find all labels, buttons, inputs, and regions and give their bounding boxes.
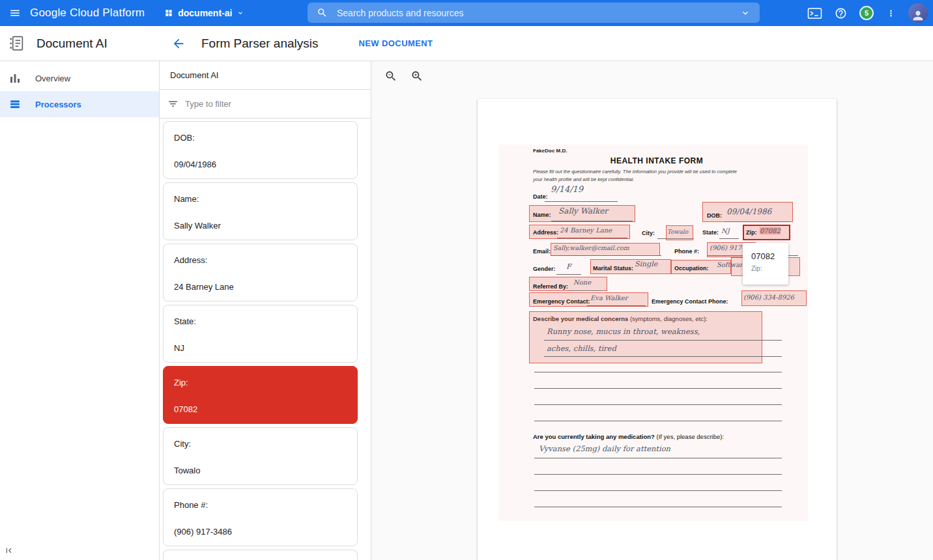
emergency-contact-label: Emergency Contact: bbox=[533, 298, 590, 305]
global-search[interactable] bbox=[308, 3, 760, 23]
referred-label: Referred By: bbox=[533, 283, 568, 290]
field-card-name[interactable]: Name: Sally Walker bbox=[163, 182, 358, 240]
cloud-shell-icon[interactable] bbox=[807, 7, 822, 20]
document-ai-icon bbox=[8, 35, 26, 52]
concerns-bounding-box[interactable] bbox=[529, 311, 762, 363]
field-card-partial[interactable] bbox=[163, 550, 358, 560]
address-handwriting: 24 Barney Lane bbox=[560, 227, 612, 234]
gender-label: Gender: bbox=[533, 266, 556, 272]
document-page: FakeDoc M.D. HEALTH INTAKE FORM Please f… bbox=[478, 99, 837, 560]
marital-label: Marital Status: bbox=[593, 265, 633, 272]
ruled-line bbox=[534, 458, 782, 458]
ruled-line bbox=[544, 356, 782, 357]
ruled-line bbox=[569, 290, 603, 291]
occupation-handwriting: Software bbox=[717, 261, 747, 268]
gcp-logo[interactable]: Google Cloud Platform bbox=[30, 7, 145, 20]
doc-ai-brand: Document AI bbox=[0, 35, 160, 52]
form-title: HEALTH INTAKE FORM bbox=[533, 156, 781, 165]
zoom-out-icon[interactable] bbox=[384, 70, 397, 83]
address-label: Address: bbox=[533, 229, 558, 236]
zip-label: Zip: bbox=[746, 229, 757, 236]
ruled-line bbox=[534, 388, 782, 389]
medication-question: Are you currently taking any medication?… bbox=[533, 433, 724, 440]
filter-icon bbox=[167, 98, 179, 109]
filter-row bbox=[160, 90, 371, 119]
tooltip-label: Zip: bbox=[751, 265, 788, 272]
field-card-phone[interactable]: Phone #: (906) 917-3486 bbox=[163, 488, 358, 546]
tooltip-value: 07082 bbox=[751, 251, 788, 261]
name-handwriting: Sally Walker bbox=[558, 206, 608, 216]
state-handwriting: NJ bbox=[721, 227, 730, 234]
form-clinic: FakeDoc M.D. bbox=[533, 148, 567, 154]
city-handwriting: Towalo bbox=[667, 229, 688, 235]
date-label: Date: bbox=[533, 193, 548, 200]
sidebar: Overview Processors bbox=[0, 61, 160, 560]
form-subtitle-1: Please fill out the questionnaire carefu… bbox=[533, 169, 737, 175]
sidebar-item-processors[interactable]: Processors bbox=[0, 91, 159, 117]
date-handwriting: 9/14/19 bbox=[551, 184, 583, 194]
avatar[interactable] bbox=[908, 3, 928, 23]
sidebar-item-label: Processors bbox=[35, 100, 81, 109]
dob-label: DOB: bbox=[707, 212, 722, 219]
city-label: City: bbox=[642, 230, 655, 236]
ruled-line bbox=[544, 340, 782, 341]
field-card-state[interactable]: State: NJ bbox=[163, 305, 358, 363]
top-bar: Google Cloud Platform document-ai 5 bbox=[0, 0, 933, 26]
ruled-line bbox=[534, 507, 782, 507]
new-document-button[interactable]: NEW DOCUMENT bbox=[359, 38, 433, 48]
field-tooltip: 07082 Zip: bbox=[743, 243, 788, 285]
notifications-badge[interactable]: 5 bbox=[859, 6, 874, 20]
ruled-line bbox=[556, 274, 581, 275]
email-label: Email: bbox=[533, 248, 551, 255]
emergency-phone-handwriting: (906) 334-8926 bbox=[743, 294, 794, 301]
ruled-line bbox=[545, 201, 618, 202]
phone-label: Phone #: bbox=[674, 248, 699, 255]
ruled-line bbox=[534, 372, 782, 372]
concerns-handwriting-1: Runny nose, mucus in throat, weakness, bbox=[547, 327, 700, 336]
field-card-city[interactable]: City: Towalo bbox=[163, 427, 358, 485]
sidebar-item-overview[interactable]: Overview bbox=[0, 65, 159, 91]
field-card-zip[interactable]: Zip: 07082 bbox=[163, 366, 358, 424]
project-selector[interactable]: document-ai bbox=[164, 8, 244, 18]
panel-title: Document AI bbox=[160, 61, 371, 90]
back-arrow-icon[interactable] bbox=[171, 36, 186, 51]
app-title: Document AI bbox=[36, 36, 108, 51]
dob-handwriting: 09/04/1986 bbox=[726, 207, 771, 216]
search-input[interactable] bbox=[337, 8, 731, 18]
email-handwriting: Sally.walker@cmail.com bbox=[553, 244, 629, 251]
marital-handwriting: Single bbox=[635, 260, 657, 268]
ruled-line bbox=[725, 221, 790, 222]
help-icon[interactable] bbox=[835, 7, 847, 20]
occupation-label: Occupation: bbox=[674, 265, 709, 272]
gender-handwriting: F bbox=[566, 262, 571, 271]
ruled-line bbox=[551, 255, 661, 256]
field-card-address[interactable]: Address: 24 Barney Lane bbox=[163, 244, 358, 301]
collapse-sidebar-icon[interactable] bbox=[4, 546, 14, 558]
search-expand-icon[interactable] bbox=[740, 8, 751, 18]
chevron-down-icon bbox=[237, 9, 244, 17]
app-header: Document AI Form Parser analysis NEW DOC… bbox=[0, 26, 933, 61]
fields-panel: Document AI DOB: 09/04/1986 Name: Sally … bbox=[160, 61, 371, 560]
concerns-handwriting-2: aches, chills, tired bbox=[547, 344, 616, 353]
project-name: document-ai bbox=[178, 8, 232, 18]
sidebar-item-label: Overview bbox=[35, 74, 70, 83]
menu-icon[interactable] bbox=[0, 0, 30, 26]
field-card-dob[interactable]: DOB: 09/04/1986 bbox=[163, 121, 358, 179]
field-card-list: DOB: 09/04/1986 Name: Sally Walker Addre… bbox=[160, 119, 371, 560]
ruled-line bbox=[534, 404, 782, 405]
zip-handwriting: 07082 bbox=[760, 227, 781, 234]
form-subtitle-2: your health profile and will be kept con… bbox=[533, 176, 635, 182]
emergency-phone-label: Emergency Contact Phone: bbox=[652, 298, 728, 305]
ruled-line bbox=[534, 490, 782, 491]
page-title: Form Parser analysis bbox=[201, 36, 319, 51]
zoom-in-icon[interactable] bbox=[410, 70, 423, 83]
ruled-line bbox=[587, 305, 646, 306]
overview-icon bbox=[9, 72, 21, 84]
ruled-line bbox=[534, 421, 782, 421]
ruled-line bbox=[557, 238, 627, 238]
document-viewer: FakeDoc M.D. HEALTH INTAKE FORM Please f… bbox=[371, 61, 933, 560]
project-icon bbox=[164, 8, 173, 18]
more-options-icon[interactable] bbox=[886, 8, 896, 18]
name-label: Name: bbox=[533, 212, 551, 218]
filter-input[interactable] bbox=[185, 99, 363, 109]
